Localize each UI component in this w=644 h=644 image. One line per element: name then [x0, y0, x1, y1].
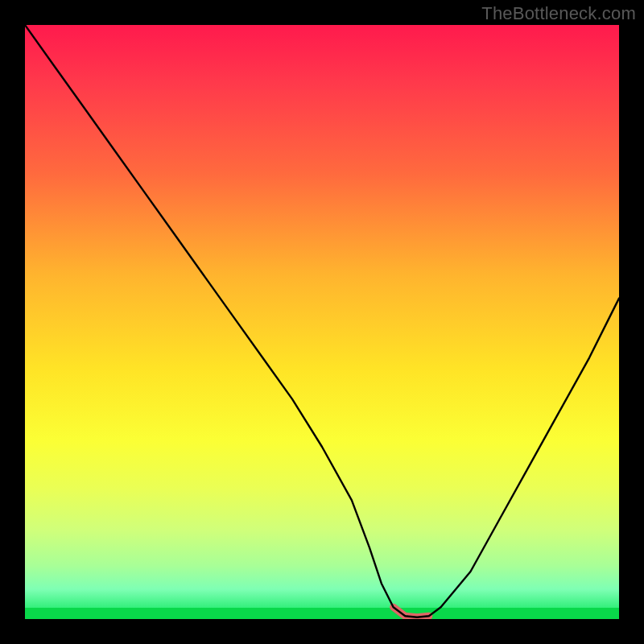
chart-frame: TheBottleneck.com: [0, 0, 644, 644]
plot-area: [25, 25, 619, 619]
bottleneck-curve: [25, 25, 619, 617]
curve-svg: [25, 25, 619, 619]
watermark-text: TheBottleneck.com: [481, 3, 636, 24]
